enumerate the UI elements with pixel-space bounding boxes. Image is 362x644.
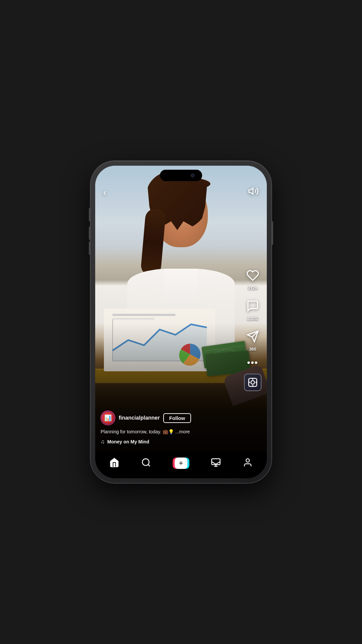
home-icon [109, 458, 119, 469]
add-button[interactable]: + [173, 458, 189, 469]
add-btn-center: + [175, 458, 187, 469]
user-row: 📊 financialplanner Follow [101, 411, 240, 425]
svg-point-17 [246, 459, 249, 462]
like-count: 212k [248, 285, 258, 290]
avatar[interactable]: 📊 [101, 411, 115, 425]
like-action[interactable]: 212k [244, 267, 261, 290]
music-disc-button[interactable] [244, 374, 261, 391]
more-action[interactable]: ••• [247, 358, 258, 367]
bottom-info: 📊 financialplanner Follow Planning for t… [101, 411, 240, 445]
top-controls: ‹ [95, 186, 267, 199]
avatar-inner: 📊 [102, 412, 114, 424]
share-count: 360 [249, 346, 256, 352]
music-title: Money on My Mind [107, 439, 149, 444]
music-disc-action[interactable] [244, 374, 261, 391]
nav-inbox[interactable] [207, 455, 225, 472]
sound-button[interactable] [248, 186, 259, 199]
phone-frame: ‹ 212k [90, 161, 272, 483]
music-row[interactable]: ♫ Money on My Mind [101, 439, 240, 445]
svg-line-15 [148, 465, 149, 466]
share-action[interactable]: 360 [244, 328, 261, 352]
svg-rect-2 [112, 314, 175, 316]
svg-point-14 [142, 459, 149, 466]
nav-search[interactable] [137, 455, 155, 472]
back-button[interactable]: ‹ [103, 187, 106, 198]
profile-icon [243, 458, 253, 469]
dynamic-island [160, 170, 202, 181]
svg-point-9 [251, 381, 255, 384]
nav-profile[interactable] [239, 455, 257, 472]
phone-screen: ‹ 212k [95, 166, 267, 478]
comment-action[interactable]: 2,102 [244, 297, 261, 321]
like-button[interactable] [244, 267, 261, 284]
video-background[interactable] [95, 166, 267, 451]
comment-button[interactable] [244, 297, 261, 315]
share-button[interactable] [244, 328, 261, 345]
right-actions: 212k 2,102 360 [244, 267, 261, 391]
inbox-icon [211, 458, 221, 469]
music-note-icon: ♫ [101, 439, 105, 445]
svg-marker-5 [249, 188, 253, 195]
search-icon [141, 458, 151, 469]
svg-rect-3 [112, 318, 154, 320]
nav-add[interactable]: + [169, 455, 193, 472]
front-camera [191, 173, 195, 177]
username[interactable]: financialplanner [119, 415, 160, 421]
bottom-nav: + [95, 451, 267, 478]
plus-icon: + [179, 460, 183, 467]
more-button[interactable]: ••• [247, 358, 258, 367]
comment-count: 2,102 [247, 316, 258, 321]
follow-button[interactable]: Follow [163, 413, 191, 423]
nav-home[interactable] [105, 455, 123, 472]
caption: Planning for tomorrow, today. 💼💡 ...more [101, 429, 240, 435]
